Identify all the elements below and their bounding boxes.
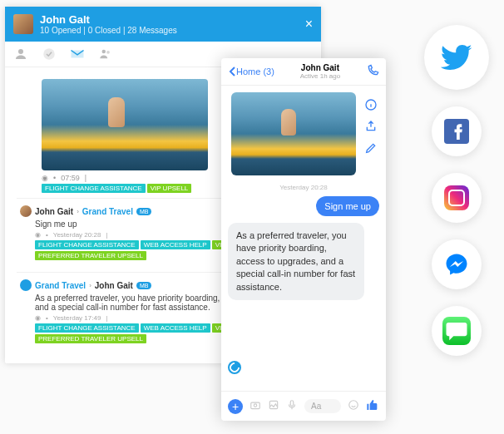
social-icons [424, 25, 489, 356]
tag[interactable]: PREFERRED TRAVELER UPSELL [35, 334, 146, 343]
emoji-icon[interactable] [348, 399, 359, 413]
mobile-timestamp: Yesterday 20:28 [228, 184, 379, 191]
mobile-chat: Home (3) John Gait Active 1h ago Yesterd… [221, 58, 386, 421]
camera-icon[interactable] [250, 399, 261, 413]
agent-header: John Galt 10 Opened | 0 Closed | 28 Mess… [5, 7, 321, 42]
tag[interactable]: FLIGHT CHANGE ASSISTANCE [35, 240, 139, 249]
messenger-icon[interactable] [432, 239, 482, 289]
contact-stats: 10 Opened | 0 Closed | 28 Messages [40, 26, 177, 35]
avatar [13, 14, 33, 34]
message-input[interactable]: Aa [304, 399, 341, 413]
mobile-title: John Gait [278, 63, 363, 72]
call-icon[interactable] [366, 64, 379, 80]
share-icon[interactable] [364, 120, 378, 133]
contact-name: John Galt [40, 13, 177, 26]
mobile-subtitle: Active 1h ago [278, 72, 363, 80]
users-icon[interactable] [98, 47, 113, 62]
tag[interactable]: FLIGHT CHANGE ASSISTANCE [42, 184, 146, 193]
svg-rect-8 [290, 401, 294, 406]
add-button[interactable]: + [228, 399, 243, 414]
svg-point-9 [349, 401, 358, 410]
svg-rect-5 [251, 402, 260, 409]
mobile-side-icons [359, 91, 383, 161]
mic-icon[interactable] [286, 399, 298, 413]
sms-icon[interactable] [432, 306, 482, 356]
edit-icon[interactable] [364, 141, 378, 155]
user-bubble: Sign me up [316, 196, 379, 216]
tag[interactable]: WEB ACCESS HELP [141, 323, 210, 333]
mail-icon[interactable] [70, 47, 85, 62]
twitter-icon[interactable] [424, 25, 489, 90]
agent-avatar-small [228, 361, 241, 374]
back-button[interactable]: Home (3) [228, 66, 274, 77]
agent-bubble: As a preferred traveler, you have priori… [228, 223, 364, 300]
mobile-image[interactable] [231, 92, 356, 175]
profile-icon[interactable] [13, 47, 28, 62]
mobile-header: Home (3) John Gait Active 1h ago [221, 58, 386, 86]
tag[interactable]: PREFERRED TRAVELER UPSELL [35, 251, 146, 260]
tag[interactable]: FLIGHT CHANGE ASSISTANCE [35, 323, 139, 333]
svg-point-0 [18, 49, 23, 54]
check-icon[interactable] [42, 47, 57, 62]
tag[interactable]: VIP UPSELL [147, 184, 192, 193]
info-icon[interactable] [364, 98, 378, 111]
close-icon[interactable]: × [305, 17, 313, 32]
svg-point-1 [43, 48, 55, 60]
instagram-icon[interactable] [432, 173, 482, 223]
svg-point-6 [254, 404, 257, 407]
tag[interactable]: WEB ACCESS HELP [141, 240, 210, 249]
composer: + Aa [221, 391, 386, 421]
svg-point-2 [102, 50, 106, 54]
like-icon[interactable] [366, 398, 379, 414]
facebook-icon[interactable] [432, 106, 482, 156]
gallery-icon[interactable] [268, 399, 279, 413]
svg-point-3 [106, 51, 110, 54]
message-image[interactable] [42, 79, 208, 170]
